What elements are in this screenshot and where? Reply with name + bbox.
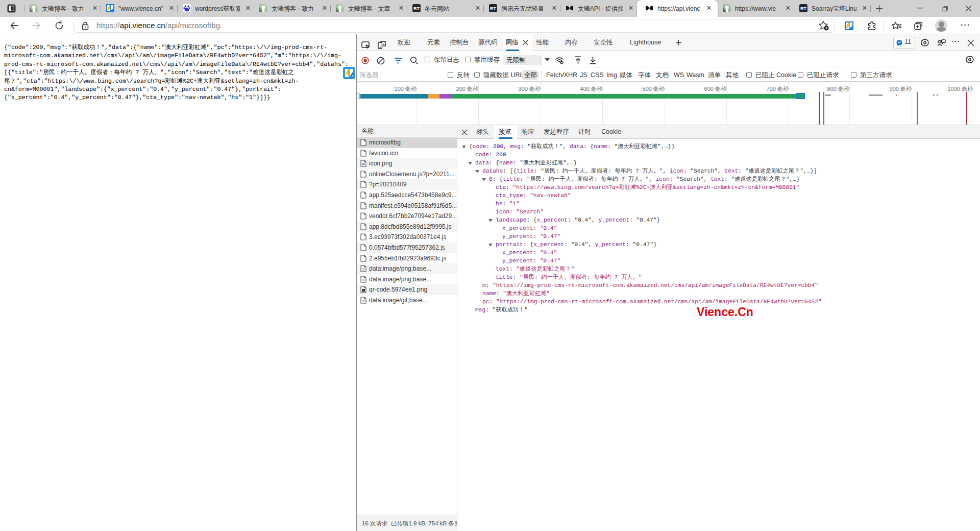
svg-text:BT: BT: [413, 6, 420, 11]
svg-text:BT: BT: [800, 6, 806, 11]
svg-text:BT: BT: [490, 6, 496, 11]
